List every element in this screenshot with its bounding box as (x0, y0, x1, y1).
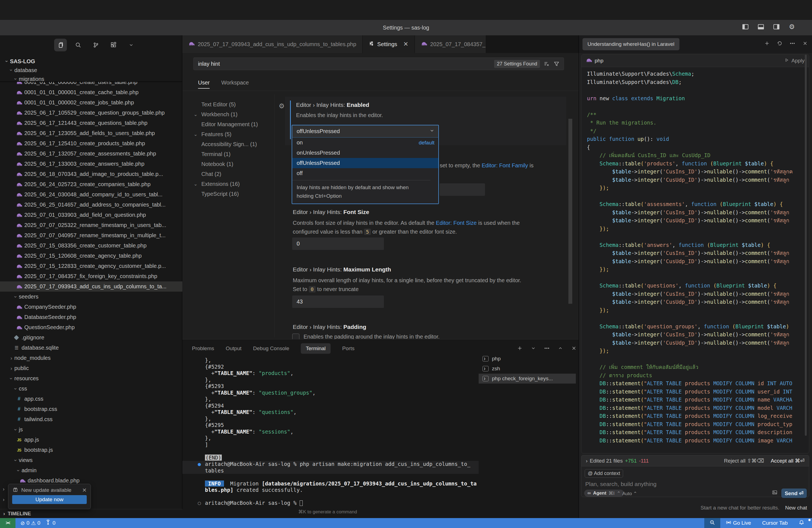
file-companyseeder-php[interactable]: CompanySeeder.php (0, 302, 182, 312)
setting-modified-gear-icon[interactable]: ⚙ (279, 102, 285, 110)
code-scrollbar[interactable] (805, 55, 807, 436)
panel-tab-output[interactable]: Output (226, 346, 242, 352)
file-databaseseeder-php[interactable]: DatabaseSeeder.php (0, 312, 182, 322)
files-icon[interactable] (54, 39, 67, 52)
file-2025-06-17-121443-create-questions-table[interactable]: 2025_06_17_121443_create_questions_table… (0, 118, 182, 128)
source-control-icon[interactable] (89, 39, 102, 52)
file-2025-06-18-070343-add-image-to-products-[interactable]: 2025_06_18_070343_add_image_to_products_… (0, 169, 182, 179)
toc-editor-management[interactable]: Editor Management (1) (193, 119, 276, 129)
remote-indicator[interactable]: >< (0, 518, 15, 528)
terminal-session-php-check-foreign-keys-[interactable]: ❯php check_foreign_keys... (479, 373, 576, 384)
file-2025-07-17-084357-fix-foreign-key-constr[interactable]: 2025_07_17_084357_fix_foreign_key_constr… (0, 271, 182, 281)
file-2025-07-07-040957-rename-timestamp-in-mu[interactable]: 2025_07_07_040957_rename_timestamp_in_mu… (0, 230, 182, 240)
file-0001-01-01-000000-create-users-table-php[interactable]: 0001_01_01_000000_create_users_table.php (0, 82, 182, 87)
tab-2025-07-17-084357-[interactable]: 2025_07_17_084357_ (415, 35, 486, 53)
settings-link[interactable]: Editor: Font Size (436, 220, 477, 226)
toc-features[interactable]: ⌄Features (5) (193, 129, 276, 139)
chat-tab[interactable]: Understanding whereHas() in Laravel (582, 38, 679, 50)
send-button[interactable]: Send ⏎ (781, 488, 807, 498)
file-2025-06-17-123055-add-fields-to-users-ta[interactable]: 2025_06_17_123055_add_fields_to_users_ta… (0, 128, 182, 138)
file-tailwind-css[interactable]: #tailwind.css (0, 414, 182, 424)
file-2025-06-24-030048-add-company-id-to-user[interactable]: 2025_06_24_030048_add_company_id_to_user… (0, 189, 182, 200)
file-2025-06-25-014657-add-address-to-compani[interactable]: 2025_06_25_014657_add_address_to_compani… (0, 200, 182, 210)
file-app-css[interactable]: #app.css (0, 394, 182, 404)
file-2025-06-24-025723-create-companies-table[interactable]: 2025_06_24_025723_create_companies_table… (0, 179, 182, 189)
more-icon[interactable] (544, 346, 550, 352)
accept-all-button[interactable]: Accept all ⌘⏎ (771, 458, 804, 464)
settings-search[interactable]: 27 Settings Found (193, 57, 564, 70)
panel-right-icon[interactable] (772, 23, 781, 31)
panel-left-icon[interactable] (741, 23, 750, 31)
toc-text-editor[interactable]: Text Editor (5) (193, 99, 276, 109)
toc-terminal[interactable]: Terminal (1) (193, 149, 276, 159)
go-live-button[interactable]: Go Live (720, 520, 756, 527)
file-database-sqlite[interactable]: ☰database.sqlite (0, 343, 182, 353)
folder-seeders[interactable]: ›seeders (0, 292, 182, 302)
chevron-right-icon[interactable]: › (586, 458, 588, 464)
notifications-bell-icon[interactable] (793, 520, 810, 527)
apply-button[interactable]: Apply (784, 58, 804, 64)
timeline-section[interactable]: › TIMELINE (0, 509, 182, 518)
panel-tab-debug-console[interactable]: Debug Console (253, 346, 289, 352)
font-size-input[interactable]: 0 (292, 237, 384, 250)
zoom-indicator[interactable] (704, 518, 720, 528)
history-icon[interactable] (777, 41, 782, 48)
attach-image-icon[interactable] (772, 489, 778, 496)
close-icon[interactable]: ✕ (403, 41, 408, 48)
toc-notebook[interactable]: Notebook (1) (193, 159, 276, 169)
file-2025-07-07-025322-rename-timestamp-in-us[interactable]: 2025_07_07_025322_rename_timestamp_in_us… (0, 220, 182, 230)
collapsed-section-chevron-icon[interactable]: › (3, 486, 4, 492)
scope-tab-user[interactable]: User (198, 79, 209, 89)
settings-link[interactable]: Editor: Font Family (482, 162, 528, 168)
panel-tab-terminal[interactable]: Terminal (301, 343, 331, 354)
folder-public[interactable]: ›public (0, 363, 182, 373)
chevron-down-icon[interactable] (531, 346, 536, 352)
new-chat-button[interactable]: New chat (785, 505, 807, 511)
close-icon[interactable] (571, 346, 577, 352)
clear-filter-icon[interactable] (544, 61, 549, 67)
reject-all-button[interactable]: Reject all ⇧⌘⌫ (724, 458, 764, 464)
font-family-input[interactable] (440, 184, 485, 196)
file-2025-06-17-125410-create-products-table-[interactable]: 2025_06_17_125410_create_products_table.… (0, 138, 182, 149)
option-on[interactable]: ondefault (292, 137, 438, 148)
file-2025-07-01-033903-add-field-on-question-[interactable]: 2025_07_01_033903_add_field_on_question.… (0, 210, 182, 220)
add-context-chip[interactable]: @ Add context (585, 469, 623, 478)
cursor-tab-status[interactable]: Cursor Tab (756, 520, 793, 526)
file-2025-06-17-133003-create-answers-table-p[interactable]: 2025_06_17_133003_create_answers_table.p… (0, 159, 182, 169)
maximum-length-input[interactable]: 43 (292, 295, 384, 308)
folder-css[interactable]: ›css (0, 384, 182, 394)
folder-js[interactable]: ›js (0, 424, 182, 435)
scope-tab-workspace[interactable]: Workspace (221, 79, 249, 89)
toc-chat[interactable]: Chat (2) (193, 169, 276, 179)
file-2025-06-17-105529-create-question-groups[interactable]: 2025_06_17_105529_create_question_groups… (0, 108, 182, 118)
file-bootstrap-js[interactable]: JSbootstrap.js (0, 445, 182, 455)
terminal-session-php[interactable]: ❯php (479, 354, 576, 364)
file-2025-07-17-093943-add-cus-ins-udp-column[interactable]: 2025_07_17_093943_add_cus_ins_udp_column… (0, 281, 182, 292)
file-2025-06-17-132057-create-assessments-tab[interactable]: 2025_06_17_132057_create_assessments_tab… (0, 149, 182, 159)
tab-settings[interactable]: Settings✕ (363, 35, 415, 53)
folder-sas-log[interactable]: ›SAS-LOG (0, 57, 182, 66)
file-0001-01-01-000001-create-cache-table-php[interactable]: 0001_01_01_000001_create_cache_table.php (0, 87, 182, 98)
settings-search-input[interactable] (193, 61, 494, 67)
settings-scrollbar[interactable] (568, 119, 572, 304)
chevron-down-icon[interactable] (125, 39, 137, 52)
folder-node-modules[interactable]: ›node_modules (0, 353, 182, 363)
extensions-icon[interactable] (107, 39, 120, 52)
padding-checkbox[interactable] (292, 334, 300, 339)
filter-icon[interactable] (554, 61, 559, 67)
search-icon[interactable] (72, 39, 85, 52)
gear-icon[interactable]: ⚙ (788, 23, 796, 31)
tab-2025-07-17-093943-add-cus-ins-[interactable]: 2025_07_17_093943_add_cus_ins_udp_column… (182, 35, 363, 53)
inlay-hints-enabled-select[interactable]: offUnlessPressed (292, 125, 439, 137)
panel-tab-problems[interactable]: Problems (192, 346, 214, 352)
agent-mode-selector[interactable]: ∞Agent ⌘I⌃ (584, 489, 624, 497)
model-selector[interactable]: Auto ⌃ (622, 491, 637, 497)
collapsed-section-chevron-icon[interactable]: › (3, 497, 4, 503)
folder-views[interactable]: ›views (0, 455, 182, 465)
close-icon[interactable] (802, 41, 808, 48)
option-onUnlessPressed[interactable]: onUnlessPressed (292, 148, 438, 158)
file-bootstrap-css[interactable]: #bootstrap.css (0, 404, 182, 414)
plus-icon[interactable] (517, 346, 523, 352)
close-icon[interactable]: ✕ (82, 487, 87, 494)
update-now-button[interactable]: Update now (12, 495, 87, 504)
